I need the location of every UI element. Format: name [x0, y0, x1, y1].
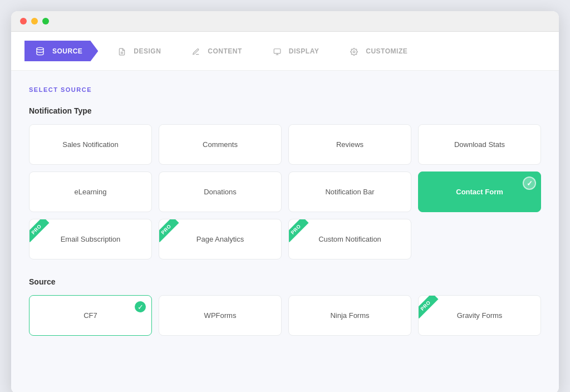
check-cf7: ✓ [134, 300, 147, 313]
svg-rect-3 [274, 49, 281, 53]
wizard-steps: SOURCE DESIGN CONTENT DISPLAY CUSTOMIZE [11, 32, 559, 71]
step-source-label: SOURCE [52, 47, 82, 55]
step-customize[interactable]: CUSTOMIZE [330, 41, 419, 61]
content-icon [192, 47, 203, 56]
close-button[interactable] [20, 18, 27, 24]
pro-badge-custom-notification [289, 219, 318, 248]
card-cf7[interactable]: ✓ CF7 [29, 295, 152, 336]
source-section: Source ✓ CF7 WPForms ✓ Ninja Forms ✓ Gra… [29, 277, 541, 336]
card-custom-notification[interactable]: Custom Notification ✓ [288, 219, 411, 259]
step-content[interactable]: CONTENT [172, 41, 253, 61]
check-contact-form: ✓ [523, 177, 536, 190]
card-wpforms[interactable]: WPForms ✓ [159, 295, 282, 336]
pro-badge-email [30, 219, 58, 248]
titlebar [11, 11, 559, 32]
main-content: SELECT SOURCE Notification Type Sales No… [11, 71, 559, 392]
card-reviews[interactable]: Reviews ✓ [288, 124, 411, 165]
card-page-analytics[interactable]: Page Analytics ✓ [159, 219, 282, 259]
card-gravity-forms[interactable]: Gravity Forms ✓ [418, 295, 541, 336]
card-elearning[interactable]: eLearning ✓ [29, 171, 152, 212]
card-donations[interactable]: Donations ✓ [159, 171, 282, 212]
svg-point-6 [353, 51, 356, 53]
step-design-label: DESIGN [134, 47, 161, 55]
source-label: Source [29, 277, 541, 286]
pro-badge-gravity-forms [419, 296, 448, 325]
card-notification-bar[interactable]: Notification Bar ✓ [288, 171, 411, 212]
source-icon [36, 46, 48, 56]
main-window: SOURCE DESIGN CONTENT DISPLAY CUSTOMIZE [11, 11, 559, 392]
card-download-stats[interactable]: Download Stats ✓ [418, 124, 541, 165]
design-icon [118, 47, 129, 56]
empty-cell [418, 219, 541, 259]
card-ninja-forms[interactable]: Ninja Forms ✓ [288, 295, 411, 336]
pro-badge-page-analytics [159, 219, 188, 248]
step-display[interactable]: DISPLAY [253, 41, 330, 61]
notification-type-label: Notification Type [29, 106, 541, 115]
step-customize-label: CUSTOMIZE [366, 47, 407, 55]
card-contact-form[interactable]: Contact Form ✓ [418, 171, 541, 212]
minimize-button[interactable] [31, 18, 38, 24]
step-content-label: CONTENT [208, 47, 242, 55]
card-sales-notification[interactable]: Sales Notification ✓ [29, 124, 152, 165]
card-email-subscription[interactable]: Email Subscription ✓ [29, 219, 152, 259]
notification-type-row-3: Email Subscription ✓ Page Analytics ✓ Cu… [29, 219, 541, 259]
step-source[interactable]: SOURCE [24, 41, 98, 61]
step-display-label: DISPLAY [289, 47, 319, 55]
maximize-button[interactable] [42, 18, 49, 24]
notification-type-section: Notification Type Sales Notification ✓ C… [29, 106, 541, 259]
source-row: ✓ CF7 WPForms ✓ Ninja Forms ✓ Gravity Fo… [29, 295, 541, 336]
section-title: SELECT SOURCE [29, 86, 541, 93]
customize-icon [350, 47, 361, 56]
card-comments[interactable]: Comments ✓ [159, 124, 282, 165]
notification-type-row-1: Sales Notification ✓ Comments ✓ Reviews … [29, 124, 541, 165]
notification-type-row-2: eLearning ✓ Donations ✓ Notification Bar… [29, 171, 541, 212]
svg-point-0 [37, 48, 43, 50]
step-design[interactable]: DESIGN [98, 41, 172, 61]
display-icon [273, 47, 284, 56]
